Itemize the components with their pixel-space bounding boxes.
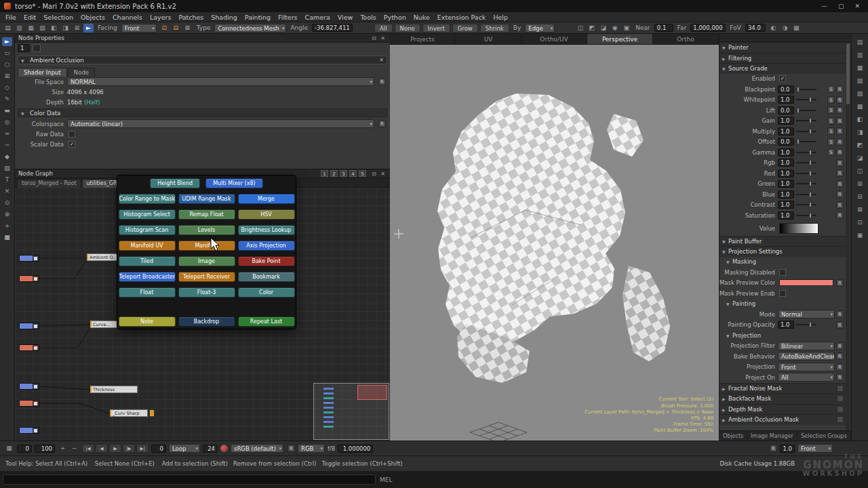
popup-button-merge[interactable]: Merge [238, 194, 295, 204]
menu-tools[interactable]: Tools [360, 14, 376, 21]
value-field[interactable]: 1.0 [778, 180, 794, 188]
maximize-button[interactable]: ▢ [838, 3, 844, 9]
slider-track[interactable] [796, 152, 816, 153]
value-field[interactable]: 0.0 [778, 138, 794, 146]
python-palette-icon[interactable]: ◪ [855, 154, 865, 163]
selection-button-grow[interactable]: Grow [452, 24, 478, 33]
colors-palette-icon[interactable]: ◨ [855, 128, 865, 137]
menu-patches[interactable]: Patches [178, 14, 203, 21]
zoom-tool[interactable]: ⊕ [2, 210, 12, 219]
disclosure-arrow[interactable] [722, 238, 728, 245]
popup-button-float-3[interactable]: Float-3 [178, 287, 235, 298]
select-mode-icon[interactable]: ► [83, 24, 94, 33]
slider-handle[interactable] [809, 171, 812, 176]
close-section-icon[interactable]: ✕ [379, 57, 384, 63]
node-thumb-blue[interactable] [19, 323, 39, 329]
disclosure-arrow[interactable] [726, 300, 732, 307]
menu-filters[interactable]: Filters [278, 14, 297, 21]
palette-tab-selection-groups[interactable]: Selection Groups [797, 431, 851, 441]
palettes-icon[interactable]: ▥ [14, 24, 24, 33]
slider-mode-button[interactable]: S [827, 96, 835, 104]
disclosure-arrow[interactable] [726, 332, 732, 339]
scalar-data-checkbox[interactable]: ✓ [68, 141, 75, 148]
color-data-section[interactable]: Color Data [18, 108, 387, 117]
menu-nuke[interactable]: Nuke [414, 14, 430, 21]
popup-button-multi-mixer-x8[interactable]: Multi Mixer (x8) [205, 178, 263, 188]
reset-button[interactable]: R [378, 120, 386, 127]
paint-color-swatch[interactable] [220, 445, 228, 452]
menu-edit[interactable]: Edit [24, 14, 36, 21]
lighting-flat-icon[interactable]: ◐ [768, 24, 778, 33]
palette-scrollbar[interactable] [846, 42, 851, 430]
checkbox[interactable]: ✓ [779, 75, 786, 82]
prev-frame-button[interactable]: ◀ [96, 444, 108, 453]
close-button[interactable]: ✕ [854, 3, 860, 9]
selection-groups-palette-icon[interactable]: ⊠ [855, 205, 865, 214]
lights-palette-icon[interactable]: ▨ [855, 89, 865, 98]
reset-button[interactable]: R [836, 352, 844, 360]
clone-stamp-tool[interactable]: ◎ [2, 118, 12, 127]
reset-button[interactable]: R [836, 138, 844, 146]
gain-field[interactable]: 1.000000 [338, 445, 373, 453]
near-field[interactable]: 0.1 [654, 24, 673, 32]
popup-button-teleport-receiver[interactable]: Teleport Receiver [178, 272, 235, 282]
node-port-orange[interactable] [149, 409, 155, 417]
frame-start-field[interactable]: 0 [17, 445, 32, 453]
popup-button-float[interactable]: Float [119, 287, 176, 298]
dropdown[interactable]: AutoBakeAndClear [778, 352, 835, 361]
slider-track[interactable] [796, 215, 816, 216]
disclosure-arrow[interactable] [722, 44, 728, 51]
lighting-full-icon[interactable]: ◑ [780, 24, 790, 33]
viewport-tab-uv[interactable]: UV [456, 34, 521, 44]
slider-track[interactable] [796, 183, 816, 184]
palette-row-source-grade[interactable]: Source Grade [719, 63, 846, 74]
reset-button[interactable]: R [836, 117, 844, 125]
script-language-label[interactable]: MEL [380, 476, 392, 483]
viewport-tab-projects[interactable]: Projects [390, 34, 456, 44]
popup-button-hsv[interactable]: HSV [238, 209, 295, 220]
value-field[interactable]: 1.0 [778, 117, 794, 125]
palette-tab-objects[interactable]: Objects [719, 431, 747, 441]
menu-python[interactable]: Python [384, 14, 406, 21]
warp-tool[interactable]: ◇ [2, 83, 12, 92]
slider-track[interactable] [796, 324, 816, 325]
reset-button[interactable]: R [836, 310, 844, 318]
wireframe-toggle-icon[interactable]: ▩ [791, 24, 802, 33]
reset-button[interactable]: R [836, 363, 844, 371]
slice-tool[interactable]: ✕ [2, 187, 12, 196]
reset-button[interactable]: R [836, 373, 844, 381]
mirror-icon[interactable]: ◨ [60, 24, 71, 33]
reset-button[interactable]: R [836, 321, 844, 329]
fill-tool[interactable]: ◆ [2, 152, 12, 161]
selection-button-invert[interactable]: Invert [422, 24, 450, 33]
graph-page-tab-2[interactable]: 2 [330, 170, 338, 177]
popup-button-repeat-last[interactable]: Repeat Last [238, 317, 295, 327]
popup-button-tiled[interactable]: Tiled [119, 256, 176, 266]
slider-handle[interactable] [809, 160, 812, 165]
slider-handle[interactable] [797, 87, 800, 92]
slider-track[interactable] [796, 173, 816, 174]
disclosure-arrow[interactable] [722, 395, 728, 402]
node-properties-palette-icon[interactable]: ▣ [855, 231, 865, 240]
paint-tool[interactable]: ✎ [2, 95, 12, 104]
slider-handle[interactable] [809, 181, 812, 186]
palette-row-filtering[interactable]: Filtering [719, 53, 846, 64]
palette-row-projection[interactable]: Projection [719, 330, 846, 341]
popup-button-histogram-scan[interactable]: Histogram Scan [119, 225, 176, 235]
snapshot-icon[interactable]: ▣ [621, 24, 631, 33]
slider-track[interactable] [796, 110, 816, 111]
slider-track[interactable] [796, 162, 816, 163]
slider-mode-button[interactable]: S [827, 106, 835, 114]
color-swatch[interactable] [779, 279, 833, 286]
layers-icon[interactable]: ▦ [26, 24, 36, 33]
section-toggle-box[interactable] [837, 416, 844, 423]
tool-properties-palette-icon[interactable]: ⊞ [855, 180, 865, 188]
far-field[interactable]: 1,000,000 [690, 24, 726, 32]
slider-handle[interactable] [809, 150, 812, 155]
disclosure-arrow[interactable] [722, 55, 728, 62]
menu-layers[interactable]: Layers [150, 14, 171, 21]
dropdown[interactable]: Bilinear [778, 342, 835, 350]
viewport-tab-perspective[interactable]: Perspective [587, 34, 653, 44]
disclosure-arrow[interactable] [722, 248, 728, 255]
reset-button[interactable]: R [378, 78, 386, 85]
